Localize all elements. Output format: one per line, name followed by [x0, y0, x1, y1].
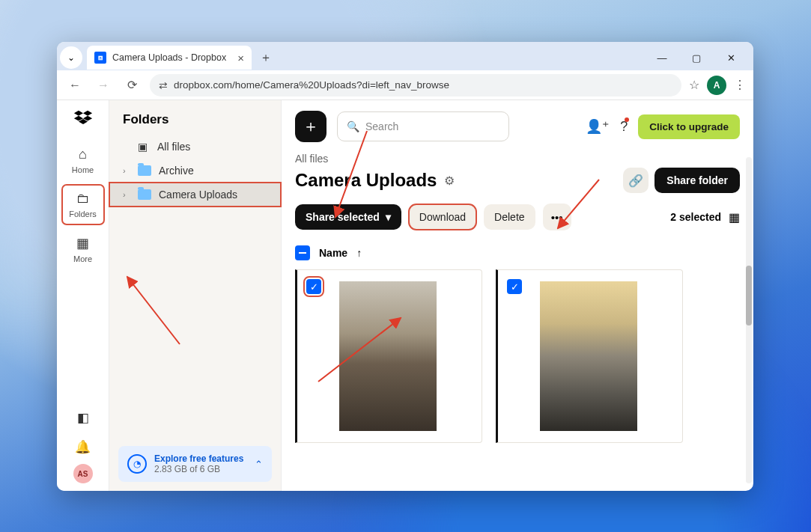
rail-more[interactable]: ▦ More: [62, 229, 104, 269]
rail-notifications[interactable]: 🔔: [62, 435, 104, 459]
site-settings-icon[interactable]: ⇄: [159, 79, 168, 91]
all-files-icon: ▣: [138, 141, 150, 153]
promo-title: Explore free features: [154, 453, 243, 464]
delete-button[interactable]: Delete: [484, 204, 535, 230]
apps-grid-icon: ▦: [76, 235, 89, 251]
left-rail: ⌂ Home 🗀 Folders ▦ More ◧ 🔔 AS: [57, 100, 109, 491]
rail-theme-toggle[interactable]: ◧: [62, 406, 104, 430]
help-icon[interactable]: ?: [620, 119, 628, 135]
browser-window: ⌄ ⧈ Camera Uploads - Dropbox × ＋ — ▢ ✕ ←…: [57, 42, 753, 491]
tab-strip: ⌄ ⧈ Camera Uploads - Dropbox × ＋ — ▢ ✕: [57, 42, 753, 70]
select-all-checkbox[interactable]: [295, 245, 310, 260]
all-files-label: All files: [157, 141, 190, 153]
promo-storage: 2.83 GB of 6 GB: [154, 464, 243, 474]
sort-ascending-icon[interactable]: ↑: [356, 247, 362, 259]
scrollbar-track[interactable]: [746, 157, 752, 483]
chevron-right-icon[interactable]: ›: [123, 190, 130, 199]
forward-button: →: [93, 75, 114, 96]
bookmark-icon[interactable]: ☆: [689, 78, 699, 92]
storage-promo[interactable]: ◔ Explore free features 2.83 GB of 6 GB …: [118, 446, 272, 482]
rail-home[interactable]: ⌂ Home: [62, 141, 104, 180]
maximize-button[interactable]: ▢: [683, 47, 710, 68]
tab-search-button[interactable]: ⌄: [60, 46, 82, 69]
folder-row-camera-uploads[interactable]: › Camera Uploads: [109, 183, 281, 207]
tab-active[interactable]: ⧈ Camera Uploads - Dropbox ×: [87, 46, 252, 70]
folder-label: Camera Uploads: [159, 189, 237, 201]
svg-marker-1: [83, 111, 92, 116]
rail-home-label: Home: [72, 165, 94, 174]
list-header: Name ↑: [295, 245, 740, 260]
chevron-down-icon: ▾: [386, 211, 391, 223]
folder-row-archive[interactable]: › Archive: [109, 159, 281, 183]
download-button[interactable]: Download: [409, 204, 476, 230]
address-bar: ← → ⟳ ⇄ dropbox.com/home/Camera%20Upload…: [57, 70, 753, 100]
folder-icon: [138, 189, 151, 200]
folders-icon: 🗀: [76, 191, 90, 207]
url-text: dropbox.com/home/Camera%20Uploads?di=lef…: [174, 79, 449, 91]
url-input[interactable]: ⇄ dropbox.com/home/Camera%20Uploads?di=l…: [150, 74, 681, 97]
share-selected-button[interactable]: Share selected ▾: [295, 204, 401, 230]
upgrade-button[interactable]: Click to upgrade: [638, 114, 740, 139]
file-card[interactable]: ✓: [496, 269, 683, 443]
selection-count: 2 selected: [670, 211, 721, 223]
rail-folders[interactable]: 🗀 Folders: [62, 185, 104, 224]
share-folder-button[interactable]: Share folder: [654, 168, 740, 193]
dropbox-favicon: ⧈: [94, 52, 106, 64]
main-pane: ＋ 🔍 Search 👤⁺ ? Click to upgrade All fil…: [282, 100, 753, 491]
copy-link-button[interactable]: 🔗: [623, 168, 649, 193]
chrome-menu-icon[interactable]: ⋮: [734, 78, 746, 92]
page-title: Camera Uploads: [295, 170, 437, 191]
file-thumbnail: [339, 281, 437, 431]
search-input[interactable]: 🔍 Search: [337, 111, 509, 141]
folder-settings-icon[interactable]: ⚙: [444, 174, 455, 188]
scrollbar-thumb[interactable]: [746, 266, 752, 325]
file-grid: ✓ ✓: [295, 269, 740, 443]
breadcrumb[interactable]: All files: [295, 153, 740, 165]
close-window-button[interactable]: ✕: [717, 47, 744, 68]
folder-label: Archive: [159, 165, 194, 177]
chevron-right-icon[interactable]: ›: [123, 166, 130, 175]
rail-user-avatar[interactable]: AS: [73, 464, 93, 483]
more-actions-button[interactable]: •••: [543, 204, 571, 230]
rail-folders-label: Folders: [69, 210, 97, 218]
invite-icon[interactable]: 👤⁺: [586, 118, 610, 135]
view-toggle-icon[interactable]: ▦: [729, 210, 740, 224]
search-placeholder: Search: [365, 120, 398, 132]
back-button[interactable]: ←: [64, 75, 85, 96]
column-name[interactable]: Name: [319, 247, 347, 259]
storage-gauge-icon: ◔: [127, 454, 147, 474]
dropbox-logo-icon[interactable]: [73, 109, 93, 129]
folder-column: Folders ▣ All files › Archive › Camera U…: [109, 100, 282, 491]
file-checkbox[interactable]: ✓: [306, 279, 321, 294]
folder-icon: [138, 165, 151, 176]
chrome-profile-avatar[interactable]: A: [707, 76, 726, 95]
action-row: Share selected ▾ Download Delete ••• 2 s…: [295, 204, 740, 230]
minimize-button[interactable]: —: [649, 47, 675, 68]
folder-column-title: Folders: [109, 100, 281, 135]
reload-button[interactable]: ⟳: [121, 75, 142, 96]
svg-marker-0: [73, 111, 82, 116]
new-tab-button[interactable]: ＋: [256, 48, 276, 67]
top-bar: ＋ 🔍 Search 👤⁺ ? Click to upgrade: [282, 100, 753, 150]
all-files-row[interactable]: ▣ All files: [109, 135, 281, 159]
chevron-up-icon[interactable]: ⌃: [255, 459, 263, 470]
file-thumbnail: [540, 281, 637, 431]
file-card[interactable]: ✓: [295, 269, 482, 443]
search-icon: 🔍: [347, 120, 359, 132]
close-tab-icon[interactable]: ×: [237, 52, 244, 64]
content-area: All files Camera Uploads ⚙ 🔗 Share folde…: [282, 150, 753, 491]
file-checkbox[interactable]: ✓: [507, 279, 522, 294]
tab-title: Camera Uploads - Dropbox: [112, 52, 226, 63]
create-button[interactable]: ＋: [295, 111, 326, 142]
rail-more-label: More: [73, 254, 92, 263]
home-icon: ⌂: [79, 147, 87, 162]
